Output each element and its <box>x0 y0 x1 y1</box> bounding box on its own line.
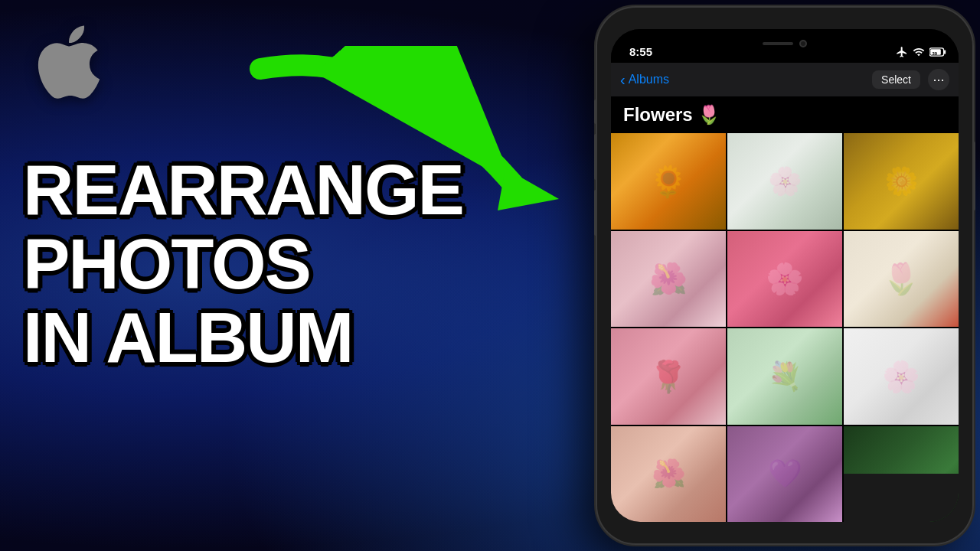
main-text-line3: IN ALBUM <box>23 301 463 375</box>
back-button[interactable]: ‹ Albums <box>620 71 669 89</box>
photo-cell-10[interactable] <box>611 426 726 523</box>
mute-button <box>594 99 597 124</box>
volume-down-button <box>594 190 597 236</box>
select-button[interactable]: Select <box>872 70 920 89</box>
photo-cell-12[interactable] <box>844 426 959 523</box>
photo-cell-11[interactable] <box>727 426 842 523</box>
speaker <box>763 42 793 45</box>
green-arrow <box>245 46 574 214</box>
more-icon: ··· <box>933 72 944 88</box>
iphone-body: 8:55 39 <box>597 8 972 543</box>
photo-cell-1[interactable] <box>611 133 726 230</box>
photo-grid <box>611 133 959 522</box>
camera-lens <box>799 40 807 47</box>
apple-logo <box>23 15 115 122</box>
photo-cell-6[interactable] <box>844 231 959 328</box>
more-button[interactable]: ··· <box>928 69 949 90</box>
main-text-line2: PHOTOS <box>23 227 463 302</box>
back-label: Albums <box>629 73 669 86</box>
iphone-frame: 8:55 39 <box>559 0 980 551</box>
album-title-bar: Flowers 🌷 <box>611 96 959 133</box>
photo-cell-8[interactable] <box>727 328 842 425</box>
nav-bar: ‹ Albums Select ··· <box>611 63 959 96</box>
photo-cell-2[interactable] <box>727 133 842 230</box>
photo-cell-9[interactable] <box>844 328 959 425</box>
back-chevron-icon: ‹ <box>620 71 626 89</box>
power-button <box>972 142 975 210</box>
svg-rect-3 <box>944 50 946 54</box>
photo-cell-4[interactable] <box>611 231 726 328</box>
status-icons: 39 <box>896 46 946 58</box>
photo-cell-7[interactable] <box>611 328 726 425</box>
notch <box>739 35 831 52</box>
iphone-screen: 8:55 39 <box>611 29 959 522</box>
svg-text:39: 39 <box>932 51 937 56</box>
album-title: Flowers 🌷 <box>623 104 720 126</box>
battery-icon: 39 <box>929 47 946 57</box>
volume-up-button <box>594 134 597 180</box>
photo-cell-3[interactable] <box>844 133 959 230</box>
svg-marker-1 <box>498 168 559 210</box>
wifi-icon <box>913 46 925 58</box>
nav-right-buttons: Select ··· <box>872 69 949 90</box>
photo-cell-5[interactable] <box>727 231 842 328</box>
airplane-icon <box>896 46 908 58</box>
